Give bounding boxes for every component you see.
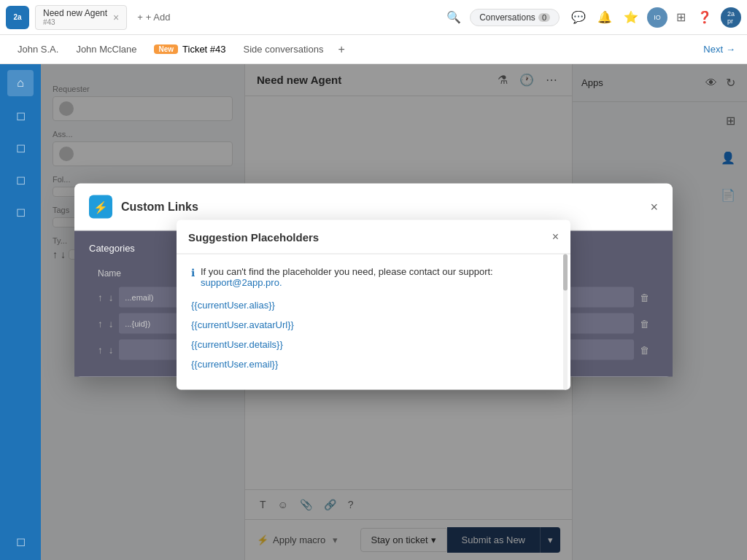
tab-close-icon[interactable]: × <box>113 12 119 23</box>
row2-up[interactable]: ↑ <box>98 318 103 329</box>
top-bar-actions: 💬 🔔 ⭐ IO ⊞ ❓ 2apr <box>568 7 741 28</box>
top-bar: 2a Need new Agent #43 × + + Add 🔍 Conver… <box>0 0 747 35</box>
sidebar-item-home[interactable]: ⌂ <box>7 70 34 96</box>
add-tab-button[interactable]: + + Add <box>130 9 177 26</box>
row1-delete[interactable]: 🗑 <box>640 292 649 303</box>
info-icon: ℹ <box>191 267 195 279</box>
search-button[interactable]: 🔍 <box>441 7 467 27</box>
sidebar-item-apps[interactable]: ◻ <box>7 528 34 554</box>
sidebar-item-chat[interactable]: ◻ <box>7 102 34 128</box>
row3-up[interactable]: ↑ <box>98 344 103 355</box>
modal-title: Custom Links <box>121 201 641 214</box>
left-sidebar: ⌂ ◻ ◻ ◻ ◻ ◻ <box>0 64 41 560</box>
inner-modal-body: ℹ If you can't find the placeholder you … <box>177 254 570 390</box>
inner-modal-header: Suggestion Placeholders × <box>177 220 570 254</box>
sidebar-item-chart[interactable]: ◻ <box>7 166 34 192</box>
placeholder-currentUser-alias[interactable]: {{currentUser.alias}} <box>191 300 550 311</box>
active-tab[interactable]: Need new Agent #43 × <box>35 5 127 30</box>
row2-down[interactable]: ↓ <box>109 318 114 329</box>
suggestion-modal-close[interactable]: × <box>552 230 559 244</box>
row2-delete[interactable]: 🗑 <box>640 318 649 329</box>
sidebar-item-settings[interactable]: ◻ <box>7 198 34 225</box>
user-tab-john-mcclane[interactable]: John McClane <box>70 41 142 58</box>
suggestion-placeholders-modal: Suggestion Placeholders × ℹ If you can't… <box>177 220 570 390</box>
help-icon-btn[interactable]: ❓ <box>694 7 715 27</box>
star-icon-btn[interactable]: ⭐ <box>621 7 641 27</box>
info-box: ℹ If you can't find the placeholder you … <box>191 266 556 288</box>
user-avatar: 2apr <box>721 7 741 28</box>
row1-down[interactable]: ↓ <box>109 292 114 303</box>
conversations-pill[interactable]: Conversations 0 <box>470 9 560 26</box>
side-conversations-tab[interactable]: Side conversations <box>238 41 330 58</box>
scrollbar-track <box>563 254 568 390</box>
ticket-tab[interactable]: New Ticket #43 <box>148 41 231 58</box>
placeholder-currentUser-avatarUrl[interactable]: {{currentUser.avatarUrl}} <box>191 319 550 330</box>
row3-down[interactable]: ↓ <box>109 344 114 355</box>
chat-icon-btn[interactable]: 💬 <box>568 7 589 27</box>
support-email: support@2app.pro. <box>201 277 282 288</box>
placeholder-currentUser-details[interactable]: {{currentUser.details}} <box>191 339 550 350</box>
add-tab-plus[interactable]: + <box>335 40 347 59</box>
row1-up[interactable]: ↑ <box>98 292 103 303</box>
placeholder-currentUser-email[interactable]: {{currentUser.email}} <box>191 359 550 370</box>
tab-title: Need new Agent <box>43 8 107 18</box>
suggestion-modal-title: Suggestion Placeholders <box>188 230 552 243</box>
next-arrow-icon: → <box>726 44 735 55</box>
user-tab-john-sa[interactable]: John S.A. <box>12 41 64 58</box>
app-logo: 2a <box>6 6 29 29</box>
custom-links-logo: ⚡ <box>89 195 112 219</box>
bell-icon-btn[interactable]: 🔔 <box>595 7 615 27</box>
sidebar-item-users[interactable]: ◻ <box>7 134 34 160</box>
initials-btn[interactable]: IO <box>647 7 667 28</box>
row3-delete[interactable]: 🗑 <box>640 344 649 355</box>
modal-close-button[interactable]: × <box>650 199 658 214</box>
custom-links-modal: ⚡ Custom Links × Categories Name URL... … <box>74 184 673 377</box>
placeholders-list: {{currentUser.alias}} {{currentUser.avat… <box>191 300 556 378</box>
tab-subtitle: #43 <box>43 18 107 26</box>
second-bar: John S.A. John McClane New Ticket #43 Si… <box>0 35 747 64</box>
inner-modal-body-wrap: ℹ If you can't find the placeholder you … <box>177 254 570 390</box>
plus-icon: + <box>137 12 143 23</box>
next-button[interactable]: Next → <box>703 44 735 55</box>
grid-icon-btn[interactable]: ⊞ <box>673 7 689 27</box>
new-badge: New <box>154 44 178 54</box>
scrollbar-thumb[interactable] <box>563 254 568 291</box>
